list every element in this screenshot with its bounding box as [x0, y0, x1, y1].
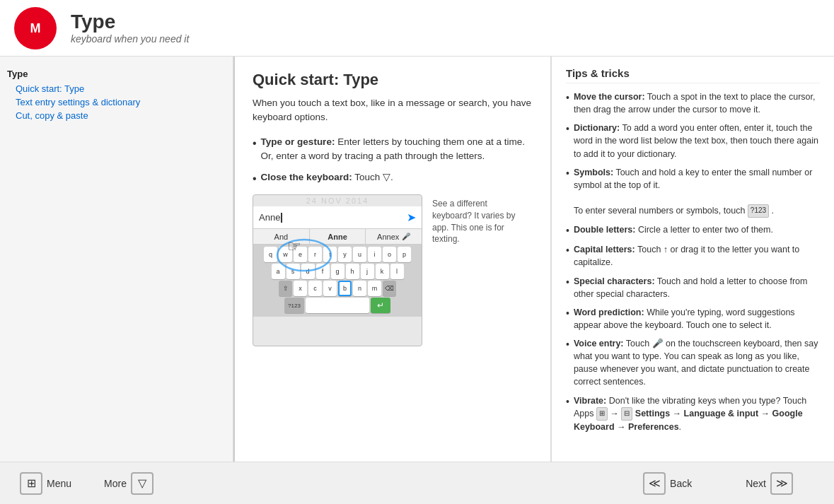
key-y[interactable]: y [338, 247, 352, 262]
key-l[interactable]: l [390, 264, 404, 279]
key-b[interactable]: b [338, 281, 352, 296]
back-icon: ≪ [643, 472, 666, 495]
key-x[interactable]: x [294, 281, 307, 296]
key-q[interactable]: q [264, 247, 277, 262]
bullet-dot-1: • [253, 135, 257, 152]
tip-bullet-3: • [566, 166, 569, 180]
suggestion-anne[interactable]: Anne [310, 229, 366, 244]
key-c[interactable]: c [308, 281, 322, 296]
suggestion-and[interactable]: And [253, 229, 310, 244]
key-row-4: ?123 ↵ [255, 298, 420, 313]
tip-text-6: Special characters: Touch and hold a let… [574, 275, 820, 300]
keyboard-date: 24 NOV 2014 [253, 195, 422, 206]
tip-bullet-8: • [566, 337, 569, 351]
num-badge: ?123 [748, 204, 769, 218]
footer: ⊞ Menu More ▽ ≪ Back Next ≫ [0, 462, 834, 504]
key-j[interactable]: j [361, 264, 374, 279]
key-enter[interactable]: ↵ [371, 298, 390, 313]
menu-icon: ⊞ [20, 472, 42, 495]
tip-symbols: • Symbols: Touch and hold a key to enter… [566, 166, 820, 218]
tip-text-2: Dictionary: To add a word you enter ofte… [574, 122, 820, 160]
key-num[interactable]: ?123 [284, 298, 304, 313]
key-e[interactable]: e [294, 247, 307, 262]
sidebar-item-quickstart[interactable]: Quick start: Type [7, 82, 226, 95]
tip-bullet-4: • [566, 223, 569, 238]
send-button[interactable]: ➤ [407, 211, 416, 224]
key-backspace[interactable]: ⌫ [383, 281, 396, 296]
tip-bullet-5: • [566, 243, 569, 257]
key-k[interactable]: k [376, 264, 389, 279]
tip-term-9: Vibrate: [574, 396, 606, 406]
key-t[interactable]: t [323, 247, 337, 262]
tip-term-8: Voice entry: [574, 339, 624, 348]
key-space[interactable] [306, 298, 369, 313]
tip-bullet-9: • [566, 394, 569, 409]
sidebar: Type Quick start: Type Text entry settin… [0, 57, 233, 462]
key-p[interactable]: p [398, 247, 411, 262]
key-h[interactable]: h [346, 264, 359, 279]
tip-term-2: Dictionary: [574, 123, 620, 133]
tip-text-5: Capital letters: Touch ↑ or drag it to t… [574, 243, 820, 269]
key-v[interactable]: v [323, 281, 337, 296]
tips-title: Tips & tricks [566, 67, 820, 83]
tip-bullet-7: • [566, 306, 569, 320]
suggestion-annex[interactable]: Annex 🎤 [366, 229, 422, 244]
tip-term-1: Move the cursor: [574, 92, 645, 102]
header-title-block: Type keyboard when you need it [71, 11, 189, 45]
keyboard-caption: See a different keyboard? It varies by a… [432, 194, 517, 245]
key-row-1: q w e r t y u i o p [255, 247, 420, 262]
key-row-2: a s d f g h j k l [255, 264, 420, 279]
tip-term-4: Double letters: [574, 225, 636, 235]
tip-text-3: Symbols: Touch and hold a key to enter t… [574, 166, 820, 218]
bullet-close-keyboard: • Close the keyboard: Touch ▽. [253, 170, 533, 187]
keyboard-input-text: Anne [259, 212, 280, 223]
term-type-gesture: Type or gesture: [261, 136, 335, 147]
more-icon: ▽ [131, 472, 154, 495]
menu-button[interactable]: ⊞ Menu [14, 468, 77, 499]
sidebar-item-cut-copy[interactable]: Cut, copy & paste [7, 109, 226, 122]
next-button[interactable]: Next ≫ [740, 468, 799, 499]
bullet-dot-2: • [253, 170, 257, 187]
settings-badge: ⊟ [621, 407, 632, 421]
text-cursor [281, 213, 282, 223]
tip-settings-path: Settings → Language & input → Google Key… [574, 409, 803, 432]
key-i[interactable]: i [368, 247, 381, 262]
key-r[interactable]: r [308, 247, 322, 262]
tips-panel: Tips & tricks • Move the cursor: Touch a… [551, 57, 834, 462]
content-title: Quick start: Type [253, 71, 533, 89]
more-button[interactable]: More ▽ [98, 468, 159, 499]
tip-term-3: Symbols: [574, 168, 613, 177]
more-label: More [104, 478, 127, 489]
back-button[interactable]: ≪ Back [637, 468, 697, 499]
tip-special-chars: • Special characters: Touch and hold a l… [566, 275, 820, 300]
key-row-3: ⇧ x c v b n m ⌫ [255, 281, 420, 296]
key-u[interactable]: u [353, 247, 366, 262]
menu-label: Menu [47, 478, 71, 489]
keyboard-image: 24 NOV 2014 Anne ➤ And Anne Annex 🎤 [253, 194, 422, 346]
sidebar-item-type[interactable]: Type [7, 67, 226, 81]
key-g[interactable]: g [331, 264, 344, 279]
tip-text-8: Voice entry: Touch 🎤 on the touchscreen … [574, 337, 820, 389]
key-w[interactable]: w [279, 247, 292, 262]
back-label: Back [670, 478, 692, 489]
tip-bullet-2: • [566, 122, 569, 136]
bullet-text-2: Close the keyboard: Touch ▽. [261, 170, 393, 184]
tip-dictionary: • Dictionary: To add a word you enter of… [566, 122, 820, 160]
footer-right: ≪ Back Next ≫ [637, 468, 820, 499]
key-f[interactable]: f [316, 264, 330, 279]
tip-capital-letters: • Capital letters: Touch ↑ or drag it to… [566, 243, 820, 269]
key-d[interactable]: d [301, 264, 315, 279]
key-s[interactable]: s [286, 264, 300, 279]
content-intro: When you touch a text box, like in a mes… [253, 96, 533, 125]
key-m[interactable]: m [368, 281, 381, 296]
key-shift[interactable]: ⇧ [279, 281, 292, 296]
tip-text-7: Word prediction: While you're typing, wo… [574, 306, 820, 332]
key-o[interactable]: o [383, 247, 396, 262]
sidebar-item-text-entry[interactable]: Text entry settings & dictionary [7, 95, 226, 109]
bullet-text-1: Type or gesture: Enter letters by touchi… [261, 135, 533, 164]
tip-text-4: Double letters: Circle a letter to enter… [574, 223, 773, 236]
tip-term-6: Special characters: [574, 276, 655, 286]
tip-bullet-1: • [566, 90, 569, 105]
key-a[interactable]: a [272, 264, 285, 279]
key-n[interactable]: n [353, 281, 366, 296]
